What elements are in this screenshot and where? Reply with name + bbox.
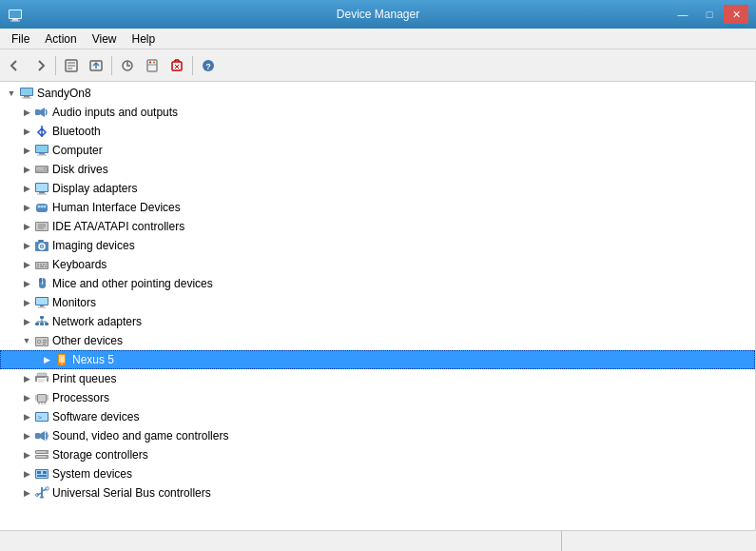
other-toggle[interactable]: ▼	[19, 333, 34, 348]
disk-icon	[34, 162, 49, 177]
sound-toggle[interactable]: ▶	[19, 428, 34, 443]
svg-rect-30	[39, 153, 45, 155]
keyboards-toggle[interactable]: ▶	[19, 257, 34, 272]
svg-rect-98	[38, 395, 46, 402]
mice-label: Mice and other pointing devices	[52, 277, 213, 290]
scan-button[interactable]	[116, 54, 139, 77]
bluetooth-toggle[interactable]: ▶	[19, 124, 34, 139]
tree-item-usb[interactable]: ▶ Universal Serial Bus controllers	[0, 483, 755, 502]
system-label: System devices	[52, 467, 132, 481]
window-title: Device Manager	[0, 8, 756, 21]
tree-item-keyboards[interactable]: ▶ Keyboards	[0, 255, 755, 274]
tree-item-bluetooth[interactable]: ▶ Bluetooth	[0, 122, 755, 141]
svg-rect-29	[36, 146, 48, 152]
svg-point-84	[38, 341, 40, 343]
svg-rect-59	[43, 264, 45, 266]
tree-item-imaging[interactable]: ▶ Imaging devices	[0, 236, 755, 255]
title-bar: Device Manager — □ ✕	[0, 0, 756, 29]
svg-rect-73	[35, 323, 39, 325]
tree-item-audio[interactable]: ▶ Audio inputs and outputs	[0, 103, 755, 122]
svg-rect-86	[43, 342, 47, 343]
usb-label: Universal Serial Bus controllers	[52, 486, 211, 500]
tree-item-computer[interactable]: ▶ Computer	[0, 141, 755, 160]
menu-help[interactable]: Help	[125, 30, 164, 48]
tree-item-nexus5[interactable]: ▶ Nexus 5	[0, 350, 755, 369]
tree-root[interactable]: ▼ SandyOn8	[0, 84, 755, 103]
imaging-label: Imaging devices	[52, 239, 135, 252]
tree-item-print[interactable]: ▶ Print queues	[0, 369, 755, 388]
svg-rect-39	[39, 192, 45, 194]
disable-button[interactable]	[141, 54, 164, 77]
tree-item-monitors[interactable]: ▶ Monitors	[0, 293, 755, 312]
audio-toggle[interactable]: ▶	[19, 105, 34, 120]
svg-rect-1	[10, 10, 21, 18]
nexus5-toggle[interactable]: ▶	[39, 352, 54, 367]
maximize-button[interactable]: □	[697, 5, 722, 24]
network-toggle[interactable]: ▶	[19, 314, 34, 329]
ide-toggle[interactable]: ▶	[19, 219, 34, 234]
computer-label: Computer	[52, 144, 103, 157]
hid-toggle[interactable]: ▶	[19, 200, 34, 215]
tree-item-ide[interactable]: ▶ IDE ATA/ATAPI controllers	[0, 217, 755, 236]
software-icon: >_	[34, 409, 49, 424]
tree-item-mice[interactable]: ▶ Mice and other pointing devices	[0, 274, 755, 293]
processors-icon	[34, 390, 49, 405]
monitors-icon	[34, 295, 49, 310]
print-toggle[interactable]: ▶	[19, 371, 34, 386]
tree-item-storage[interactable]: ▶ Storage controllers	[0, 445, 755, 464]
tree-item-network[interactable]: ▶ Network adapters	[0, 312, 755, 331]
close-button[interactable]: ✕	[724, 5, 748, 24]
tree-item-other[interactable]: ▼ Other devices	[0, 331, 755, 350]
uninstall-button[interactable]	[165, 54, 188, 77]
audio-label: Audio inputs and outputs	[52, 106, 178, 119]
svg-rect-125	[46, 487, 48, 490]
update-driver-button[interactable]	[85, 54, 107, 77]
minimize-button[interactable]: —	[670, 5, 695, 24]
menu-view[interactable]: View	[85, 30, 125, 48]
svg-point-90	[61, 364, 63, 365]
tree-item-software[interactable]: ▶ >_ Software devices	[0, 407, 755, 426]
processors-toggle[interactable]: ▶	[19, 390, 34, 405]
root-toggle[interactable]: ▼	[4, 86, 19, 101]
storage-label: Storage controllers	[52, 448, 148, 462]
tree-item-sound[interactable]: ▶ Sound, video and game controllers	[0, 426, 755, 445]
back-button[interactable]	[4, 54, 27, 77]
properties-button[interactable]	[60, 54, 83, 77]
svg-rect-2	[12, 19, 18, 21]
tree-item-disk[interactable]: ▶ Disk drives	[0, 160, 755, 179]
svg-rect-58	[40, 264, 42, 266]
display-toggle[interactable]: ▶	[19, 181, 34, 196]
disk-label: Disk drives	[52, 163, 108, 176]
storage-toggle[interactable]: ▶	[19, 447, 34, 462]
svg-rect-3	[10, 21, 20, 22]
forward-button[interactable]	[29, 54, 51, 77]
tree-item-processors[interactable]: ▶ Processors	[0, 388, 755, 407]
print-icon	[34, 371, 49, 386]
computer-icon	[34, 143, 49, 158]
computer-toggle[interactable]: ▶	[19, 143, 34, 158]
svg-point-44	[44, 206, 47, 208]
separator-3	[192, 56, 193, 75]
device-tree[interactable]: ▼ SandyOn8 ▶ Audio inputs	[0, 82, 756, 530]
tree-item-hid[interactable]: ▶ Human Interface Devices	[0, 198, 755, 217]
svg-rect-122	[37, 475, 47, 477]
monitors-toggle[interactable]: ▶	[19, 295, 34, 310]
help-button[interactable]: ?	[197, 54, 220, 77]
app-icon	[8, 7, 23, 22]
svg-rect-75	[45, 323, 48, 325]
main-area: ▼ SandyOn8 ▶ Audio inputs	[0, 82, 756, 530]
separator-2	[111, 56, 112, 75]
svg-rect-72	[40, 316, 44, 319]
mice-toggle[interactable]: ▶	[19, 276, 34, 291]
software-toggle[interactable]: ▶	[19, 409, 34, 424]
menu-action[interactable]: Action	[37, 30, 84, 48]
svg-rect-24	[21, 89, 32, 95]
usb-toggle[interactable]: ▶	[19, 485, 34, 501]
tree-item-display[interactable]: ▶ Display adapters	[0, 179, 755, 198]
tree-item-system[interactable]: ▶ System devices	[0, 464, 755, 483]
disk-toggle[interactable]: ▶	[19, 162, 34, 177]
menu-file[interactable]: File	[4, 30, 37, 48]
svg-rect-71	[38, 307, 46, 308]
imaging-toggle[interactable]: ▶	[19, 238, 34, 253]
system-toggle[interactable]: ▶	[19, 466, 34, 482]
